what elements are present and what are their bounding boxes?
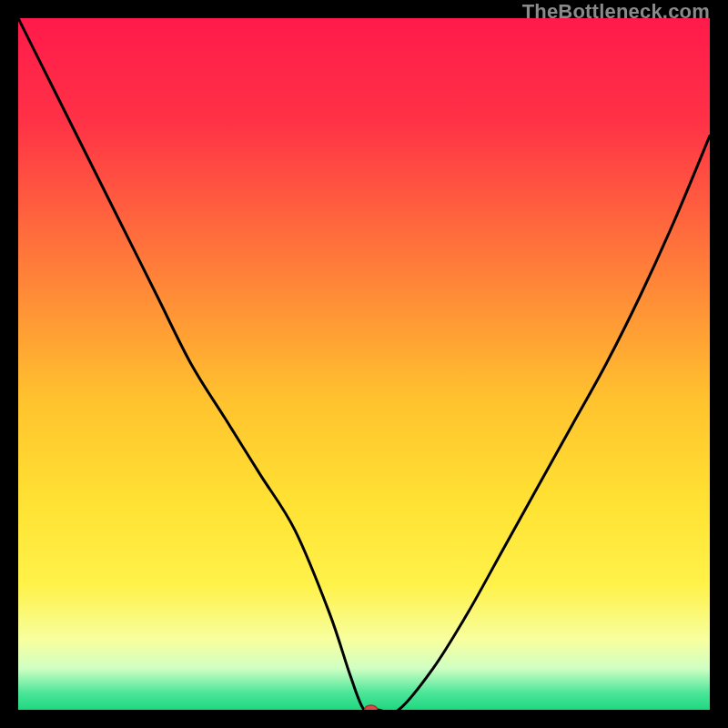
chart-container: TheBottleneck.com xyxy=(0,0,728,728)
plot-area xyxy=(18,18,710,710)
bottleneck-marker xyxy=(365,705,378,710)
chart-svg xyxy=(18,18,710,710)
